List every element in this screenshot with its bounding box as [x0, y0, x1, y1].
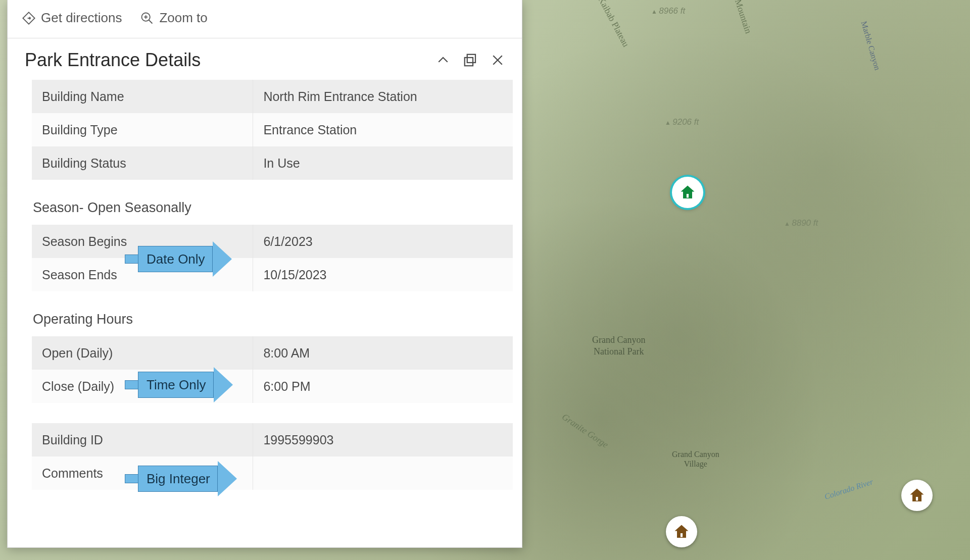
- feature-popup: Get directions Zoom to Park Entrance Det…: [7, 0, 522, 548]
- zoom-to-button[interactable]: Zoom to: [140, 10, 207, 26]
- field-label: Building Status: [32, 146, 253, 180]
- table-row: Season Begins 6/1/2023: [32, 225, 513, 258]
- directions-icon: [22, 11, 36, 25]
- field-label: Building Type: [32, 113, 253, 146]
- map-elevation-2: 9206 ft: [665, 117, 699, 127]
- zoom-icon: [140, 11, 154, 25]
- field-label: Building Name: [32, 80, 253, 113]
- svg-rect-7: [467, 55, 475, 63]
- popup-action-bar: Get directions Zoom to: [8, 0, 522, 38]
- map-label-park: Grand Canyon National Park: [592, 334, 645, 357]
- field-label: Open (Daily): [32, 336, 253, 370]
- table-row: Open (Daily) 8:00 AM: [32, 336, 513, 370]
- id-table: Building ID 1995599903 Comments: [32, 423, 513, 490]
- popup-header: Park Entrance Details: [8, 38, 522, 80]
- field-label: Building ID: [32, 423, 253, 456]
- svg-line-4: [149, 20, 153, 23]
- map-marker-active[interactable]: [672, 177, 703, 208]
- table-row: Building ID 1995599903: [32, 423, 513, 456]
- map-label-mountain: Mountain: [733, 0, 754, 35]
- house-icon: [672, 523, 691, 541]
- popup-body[interactable]: Building Name North Rim Entrance Station…: [8, 80, 522, 547]
- field-value: 6:00 PM: [253, 370, 513, 403]
- field-label: Comments: [32, 456, 253, 490]
- map-marker-east[interactable]: [901, 480, 933, 511]
- get-directions-label: Get directions: [41, 10, 122, 26]
- season-table: Season Begins 6/1/2023 Season Ends 10/15…: [32, 225, 513, 291]
- house-icon: [678, 183, 697, 201]
- field-value: 1995599903: [253, 423, 513, 456]
- map-label-marble: Marble Canyon: [859, 20, 882, 71]
- collapse-button[interactable]: [434, 51, 452, 69]
- table-row: Close (Daily) 6:00 PM: [32, 370, 513, 403]
- dock-button[interactable]: [461, 51, 479, 69]
- svg-rect-1: [681, 533, 683, 537]
- building-info-table: Building Name North Rim Entrance Station…: [32, 80, 513, 180]
- field-value: Entrance Station: [253, 113, 513, 146]
- field-label: Close (Daily): [32, 370, 253, 403]
- map-label-kaibab: Kaibab Plateau: [596, 0, 631, 49]
- field-value: In Use: [253, 146, 513, 180]
- field-label: Season Begins: [32, 225, 253, 258]
- table-row: Comments: [32, 456, 513, 490]
- zoom-to-label: Zoom to: [159, 10, 207, 26]
- svg-rect-8: [465, 58, 473, 66]
- get-directions-button[interactable]: Get directions: [22, 10, 122, 26]
- popup-title: Park Entrance Details: [25, 49, 425, 71]
- field-value: 6/1/2023: [253, 225, 513, 258]
- map-label-river: Colorado River: [823, 477, 875, 501]
- table-row: Building Name North Rim Entrance Station: [32, 80, 513, 113]
- map-label-gorge: Granite Gorge: [560, 412, 610, 450]
- table-row: Season Ends 10/15/2023: [32, 258, 513, 291]
- map-label-village: Grand Canyon Village: [672, 449, 719, 469]
- field-value: 8:00 AM: [253, 336, 513, 370]
- house-icon: [908, 486, 926, 504]
- dock-icon: [463, 53, 478, 68]
- hours-table: Open (Daily) 8:00 AM Close (Daily) 6:00 …: [32, 336, 513, 403]
- field-value: North Rim Entrance Station: [253, 80, 513, 113]
- close-icon: [490, 53, 505, 68]
- map-elevation-3: 8890 ft: [784, 218, 818, 228]
- hours-heading: Operating Hours: [33, 312, 513, 327]
- close-button[interactable]: [489, 51, 507, 69]
- map-elevation-1: 8966 ft: [651, 6, 685, 16]
- svg-rect-0: [687, 194, 689, 198]
- map-marker-village[interactable]: [666, 516, 697, 547]
- table-row: Building Type Entrance Station: [32, 113, 513, 146]
- field-label: Season Ends: [32, 258, 253, 291]
- season-heading: Season- Open Seasonally: [33, 200, 513, 216]
- field-value: [253, 456, 513, 490]
- field-value: 10/15/2023: [253, 258, 513, 291]
- svg-rect-2: [916, 497, 918, 501]
- chevron-up-icon: [435, 53, 451, 68]
- table-row: Building Status In Use: [32, 146, 513, 180]
